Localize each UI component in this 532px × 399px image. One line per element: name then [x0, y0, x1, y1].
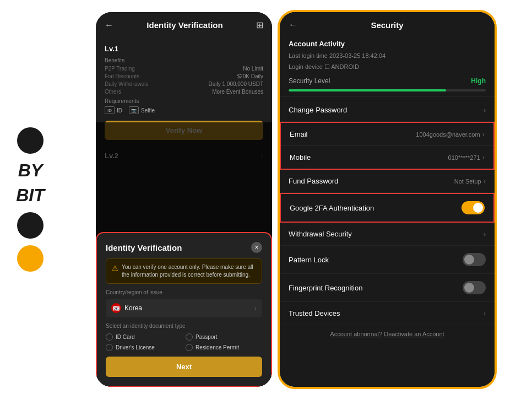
google-2fa-toggle[interactable]	[462, 201, 485, 214]
bottom-note: Account abnormal? Deactivate an Account	[280, 325, 495, 343]
radio-id-card[interactable]	[106, 333, 113, 341]
security-level-label: Security Level	[289, 77, 330, 85]
last-login-value: 2023-03-25 18:42:04	[329, 52, 386, 59]
left-brand: B Y B I T	[0, 0, 61, 399]
fund-password-label: Fund Password	[289, 177, 338, 185]
google-2fa-label: Google 2FA Authentication	[290, 204, 374, 212]
country-name: Korea	[124, 304, 142, 312]
country-select[interactable]: 🇰🇷 Korea ›	[106, 299, 262, 317]
pattern-lock-row: Pattern Lock	[280, 246, 495, 274]
mobile-row[interactable]: Mobile 010*****271 ›	[281, 146, 493, 169]
withdrawal-security-row[interactable]: Withdrawal Security ›	[280, 223, 495, 246]
id-icon-box: ID	[105, 106, 115, 114]
identity-verification-modal: Identity Verification × ⚠ You can verify…	[96, 232, 272, 387]
left-phone-title: Identity Verification	[146, 20, 222, 30]
logo-b2: B	[16, 185, 29, 206]
trusted-devices-arrow: ›	[484, 309, 486, 317]
logo-b1: B	[18, 160, 31, 181]
fund-password-value-group: Not Setup ›	[454, 177, 486, 185]
benefit-fiat: Fiat Discounts $20K Daily	[105, 73, 263, 79]
logo-i: I	[29, 185, 34, 206]
phone-left: ← Identity Verification ⊞ Lv.1 Benefits …	[96, 12, 272, 387]
modal-close-button[interactable]: ×	[251, 242, 262, 253]
fingerprint-toggle[interactable]	[463, 281, 486, 294]
withdrawal-security-label: Withdrawal Security	[289, 230, 352, 238]
right-phone-title: Security	[371, 20, 403, 30]
lv1-header: Lv.1	[105, 40, 263, 57]
modal-warning: ⚠ You can verify one account only. Pleas…	[106, 258, 262, 284]
change-password-arrow: ›	[484, 106, 486, 114]
mobile-value: 010*****271	[448, 154, 480, 161]
warning-text: You can verify one account only. Please …	[122, 263, 256, 279]
google-2fa-row: Google 2FA Authentication	[281, 194, 493, 222]
fund-password-arrow: ›	[484, 177, 486, 185]
bybit-logo: B Y B I T	[16, 160, 45, 206]
phone-right: ← Security Account Activity Last login t…	[280, 12, 495, 387]
withdrawal-security-arrow: ›	[484, 230, 486, 238]
google-2fa-highlight: Google 2FA Authentication	[280, 193, 495, 223]
modal-header: Identity Verification ×	[106, 242, 262, 253]
doc-passport[interactable]: Passport	[186, 333, 262, 341]
radio-drivers-license[interactable]	[106, 344, 113, 351]
fund-password-row[interactable]: Fund Password Not Setup ›	[280, 170, 495, 193]
android-device-icon: ☐	[324, 63, 331, 70]
email-label: Email	[290, 130, 308, 138]
left-back-icon[interactable]: ←	[105, 20, 113, 30]
deactivate-link[interactable]: Deactivate an Account	[384, 331, 444, 337]
benefit-others: Others More Event Bonuses	[105, 89, 263, 95]
main-container: B Y B I T ← Identity Verification ⊞	[0, 0, 532, 399]
fingerprint-label: Fingerprint Recognition	[289, 284, 362, 292]
change-password-label: Change Password	[289, 106, 347, 114]
login-device-value: ANDROID	[331, 63, 359, 70]
logo-t: T	[34, 185, 45, 206]
req-selfie: 📷 Selfie	[129, 106, 155, 114]
left-phone-screen: ← Identity Verification ⊞ Lv.1 Benefits …	[96, 12, 272, 387]
next-button[interactable]: Next	[106, 357, 262, 377]
country-flag: 🇰🇷	[111, 303, 121, 313]
brand-circle-black	[17, 127, 44, 154]
last-login-row: Last login time 2023-03-25 18:42:04	[280, 50, 495, 61]
benefit-p2p: P2P Trading No Limit	[105, 66, 263, 72]
right-phone-screen: ← Security Account Activity Last login t…	[280, 12, 495, 387]
grid-icon[interactable]: ⊞	[256, 20, 263, 30]
last-login-label: Last login time	[289, 52, 329, 59]
change-password-row[interactable]: Change Password ›	[280, 99, 495, 122]
phones-area: ← Identity Verification ⊞ Lv.1 Benefits …	[61, 0, 532, 399]
fund-password-value: Not Setup	[454, 178, 481, 185]
trusted-devices-label: Trusted Devices	[289, 309, 340, 317]
warning-icon: ⚠	[112, 264, 118, 272]
email-row[interactable]: Email 1004goods@naver.com ›	[281, 123, 493, 146]
doc-drivers-license[interactable]: Driver's License	[106, 344, 182, 351]
req-id: ID ID	[105, 106, 122, 114]
left-phone-header: ← Identity Verification ⊞	[96, 12, 272, 36]
divider-1	[280, 96, 495, 96]
brand-circle-black2	[17, 212, 44, 239]
mobile-label: Mobile	[290, 153, 311, 161]
modal-overlay: Identity Verification × ⚠ You can verify…	[96, 122, 272, 387]
security-level-row: Security Level High	[280, 73, 495, 89]
right-back-icon[interactable]: ←	[289, 20, 297, 30]
req-icons: ID ID 📷 Selfie	[105, 106, 263, 114]
fingerprint-row: Fingerprint Recognition	[280, 274, 495, 302]
pattern-lock-label: Pattern Lock	[289, 256, 329, 264]
selfie-icon-box: 📷	[129, 106, 139, 114]
pattern-lock-toggle[interactable]	[463, 253, 486, 266]
email-value: 1004goods@naver.com	[416, 131, 480, 138]
email-value-group: 1004goods@naver.com ›	[416, 130, 485, 138]
security-level-value: High	[471, 77, 486, 85]
login-device-row: Login device ☐ ANDROID	[280, 61, 495, 73]
requirements-label: Requirements	[105, 98, 263, 104]
radio-residence-permit[interactable]	[186, 344, 193, 351]
radio-passport[interactable]	[186, 333, 193, 341]
doc-residence-permit[interactable]: Residence Permit	[186, 344, 262, 351]
security-bar-fill	[289, 89, 446, 91]
account-abnormal-text: Account abnormal?	[330, 331, 382, 337]
doc-id-card[interactable]: ID Card	[106, 333, 182, 341]
trusted-devices-row[interactable]: Trusted Devices ›	[280, 302, 495, 325]
country-label: Country/region of issue	[106, 289, 262, 295]
modal-title: Identity Verification	[106, 243, 182, 252]
email-mobile-highlight: Email 1004goods@naver.com › Mobile 010**…	[280, 122, 495, 170]
brand-circle-yellow	[17, 245, 44, 272]
logo-y: Y	[31, 160, 42, 181]
country-left: 🇰🇷 Korea	[111, 303, 142, 313]
